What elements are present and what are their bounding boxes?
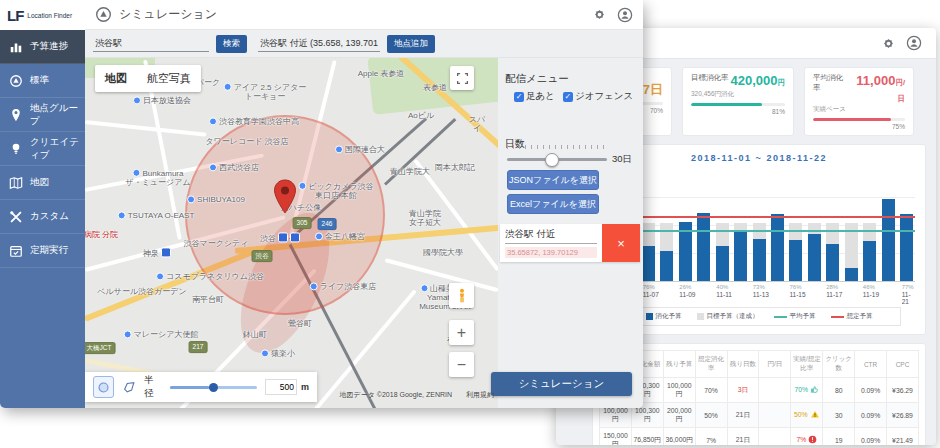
table-cell: ¥21.49	[887, 428, 919, 445]
table-cell	[759, 378, 791, 403]
map-canvas[interactable]: Apple 表参道表参道パーク日本放送協会アイア 2.5 シアター トーキョー渋…	[85, 58, 498, 408]
add-location-button[interactable]: 地点追加	[387, 35, 435, 53]
location-name: 渋谷駅 付近	[505, 228, 597, 244]
map-label: 神泉	[143, 247, 171, 258]
map-label: TSUTAYA O-EAST	[118, 211, 195, 220]
pegman-icon[interactable]	[449, 283, 474, 308]
table-cell	[759, 428, 791, 445]
calendar-icon	[9, 244, 23, 258]
map-label: 渋谷	[260, 232, 300, 243]
geofence-checkbox[interactable]: ✓ジオフェンス	[563, 90, 633, 103]
window-header: シミュレーション	[85, 0, 643, 30]
station-icon	[278, 232, 288, 242]
user-icon[interactable]	[906, 35, 922, 51]
radius-value-input[interactable]	[265, 379, 297, 395]
x-axis-tick: 40%11-11	[716, 284, 732, 298]
map-label: 金王八幡宮	[315, 232, 365, 241]
location-input[interactable]	[258, 36, 380, 52]
sidebar-item-7[interactable]: 定期実行	[0, 234, 85, 268]
table-row: 300,000円200,300円100,000円70%3日70%800.09%¥…	[600, 378, 919, 403]
sidebar-item-2[interactable]: 標準	[0, 64, 85, 98]
kpi-card-target-rate: 目標消化率 420,000円 320,456円消化 81%	[682, 67, 794, 136]
card-label: 平均消化率	[813, 73, 850, 93]
bar-group	[642, 169, 655, 281]
radius-slider-handle[interactable]	[209, 383, 218, 392]
search-input[interactable]	[93, 36, 209, 52]
map-label: ライフ渋谷東店	[310, 282, 377, 291]
fullscreen-button[interactable]	[450, 66, 474, 90]
map-label: Bunkamura ザ・ミュージアム	[125, 169, 190, 187]
bar-group	[900, 169, 913, 281]
table-cell: 80	[823, 378, 855, 403]
gear-icon[interactable]	[592, 7, 607, 22]
map-type-satellite[interactable]: 航空写真	[137, 65, 201, 92]
bar-group	[734, 169, 747, 281]
draw-toolbar: 半径 m	[85, 372, 317, 402]
user-icon[interactable]	[617, 7, 633, 23]
thumb-up-icon	[810, 385, 819, 395]
map-label: コスモプラネタリウム渋谷	[156, 272, 264, 281]
bar-group	[826, 169, 839, 281]
card-label: 目標消化率	[691, 73, 729, 83]
legend-item: 目標予算（達成）	[697, 312, 759, 321]
checkbox-checked-icon: ✓	[514, 92, 524, 102]
polygon-tool-icon[interactable]	[122, 380, 136, 394]
sidebar-item-5[interactable]: 地図	[0, 166, 85, 200]
chart-bars	[605, 169, 913, 281]
zoom-in-button[interactable]: +	[449, 320, 474, 345]
sidebar-item-1[interactable]: 予算進捗	[0, 30, 85, 64]
bar-group	[697, 169, 710, 281]
map-type-toggle: 地図 航空写真	[95, 65, 201, 92]
radius-label: 半径	[144, 374, 162, 400]
map-pin[interactable]	[272, 179, 298, 219]
circle-tool-icon[interactable]	[93, 376, 114, 398]
delivery-panel: 配信メニュー ✓足あと ✓ジオフェンス 日数 30日 JSONファイルを選択 E…	[498, 58, 643, 408]
radius-slider[interactable]	[170, 386, 257, 389]
delivery-menu-title: 配信メニュー	[505, 72, 643, 86]
sidebar-item-3[interactable]: 地点グループ	[0, 98, 85, 132]
card-percent: 81%	[691, 108, 785, 115]
map-label: ベルサール渋谷ガーデン	[97, 287, 186, 296]
map-type-map[interactable]: 地図	[95, 65, 137, 92]
sidebar-nav: 予算進捗標準地点グループクリエイティブ地図カスタム定期実行	[0, 30, 85, 268]
poi-icon	[124, 330, 132, 338]
sidebar-item-label: 定期実行	[30, 244, 68, 257]
map-terms-link[interactable]: 利用規約	[466, 390, 494, 400]
select-json-button[interactable]: JSONファイルを選択	[507, 170, 599, 190]
table-cell: 100,000円	[663, 378, 695, 403]
footprint-checkbox[interactable]: ✓足あと	[514, 90, 555, 103]
select-excel-button[interactable]: Excelファイルを選択	[507, 194, 599, 214]
sidebar-item-label: 地図	[30, 176, 49, 189]
table-cell: 3日	[727, 378, 759, 403]
route-shield: 大橋JCT	[85, 342, 115, 354]
table-cell: 70%	[791, 378, 823, 403]
gear-icon[interactable]	[881, 36, 896, 51]
bar-group	[845, 169, 858, 281]
simulate-button[interactable]: シミュレーション	[491, 372, 632, 396]
table-cell: 7%	[695, 428, 727, 445]
search-button[interactable]: 検索	[216, 35, 247, 53]
route-shield: 渋谷	[252, 250, 273, 262]
zoom-out-button[interactable]: −	[449, 352, 474, 377]
map-label: 渋谷マークシティ	[184, 239, 249, 248]
reference-line	[603, 216, 915, 218]
table-header-cell: 想定消化率	[695, 351, 727, 378]
delete-location-button[interactable]: ×	[602, 224, 640, 262]
route-shield: 217	[189, 341, 208, 353]
sidebar-item-label: クリエイティブ	[30, 136, 85, 162]
sidebar-item-4[interactable]: クリエイティブ	[0, 132, 85, 166]
map-icon	[9, 176, 23, 190]
table-header-row: 予算消化金額残り予算想定消化率残り日数円/日実績/想定比率クリック数CTRCPC	[600, 351, 919, 378]
table-cell: 150,000円	[600, 428, 632, 445]
sidebar-item-6[interactable]: カスタム	[0, 200, 85, 234]
poi-icon	[118, 211, 126, 219]
table-cell: 30	[823, 403, 855, 428]
days-slider[interactable]	[507, 158, 607, 161]
map-label: マレーシア大使館	[124, 330, 199, 339]
map-label: SHIBUYA109	[187, 195, 245, 204]
map-label: Apple 表参道	[358, 69, 405, 78]
x-axis-tick: 76%11-15	[789, 284, 805, 298]
days-slider-handle[interactable]	[545, 153, 559, 167]
logo-monogram: LF	[7, 7, 23, 24]
poi-icon	[133, 169, 141, 177]
